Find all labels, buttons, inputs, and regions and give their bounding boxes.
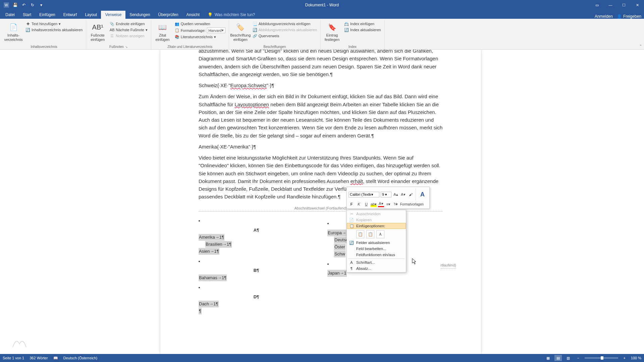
index-letter-a[interactable]: A¶ (253, 227, 260, 234)
qat-customize[interactable]: ▾ (38, 1, 45, 9)
zoom-in-button[interactable]: + (621, 355, 628, 361)
view-web-icon[interactable]: ▥ (565, 355, 572, 361)
mini-font-combo[interactable]: Calibri (Textk▾ (348, 192, 379, 197)
body-paragraph[interactable]: Zum Ändern der Weise, in der sich ein Bi… (199, 93, 443, 139)
footnotes-dialog-launcher[interactable]: ↘ (125, 45, 128, 49)
grow-font-icon[interactable]: A▴ (393, 191, 399, 197)
tab-einfuegen[interactable]: Einfügen (35, 11, 59, 19)
index-entry[interactable]: Bahamas→1¶ (199, 275, 227, 281)
citations-group-label: Zitate und Literaturverzeichnis (153, 45, 227, 49)
crossref-icon: 🔗 (253, 34, 257, 38)
mini-size-combo[interactable]: 9 ▾ (381, 192, 391, 197)
citation-icon: 📖 (157, 22, 168, 33)
ctx-paragraph[interactable]: ¶Absatz... (347, 265, 406, 272)
maximize-button[interactable]: ☐ (617, 0, 631, 10)
index-entry[interactable]: Japan→1 (327, 270, 347, 277)
update-index-button[interactable]: 🔄Index aktualisieren (343, 27, 382, 33)
ctx-toggle-field-codes[interactable]: Feldfunktionen ein/aus (347, 252, 406, 258)
qat-undo[interactable]: ↶ (20, 1, 28, 9)
paste-keep-source-icon[interactable]: 📋 (356, 230, 364, 238)
tab-ueberpruefen[interactable]: Überprüfen (154, 11, 182, 19)
highlight-button[interactable]: ab▾ (371, 201, 377, 207)
tab-file[interactable]: Datei (1, 11, 19, 19)
manage-sources-button[interactable]: 👥Quellen verwalten (173, 21, 227, 26)
status-words[interactable]: 362 Wörter (30, 356, 48, 360)
word-icon: W (3, 1, 10, 9)
ctx-paste-row: 📋 📋 Ａ (347, 229, 406, 240)
context-menu: ✂Ausschneiden 📄Kopieren 📋Einfügeoptionen… (346, 210, 406, 273)
index-entry[interactable]: Europa→ (327, 230, 346, 236)
index-entry[interactable]: Brasilien→1¶ (205, 241, 232, 248)
tell-me-search[interactable]: 💡 Was möchten Sie tun? (204, 11, 259, 19)
index-letter-b[interactable]: B¶ (253, 267, 260, 274)
status-language[interactable]: Deutsch (Österreich) (63, 356, 97, 360)
index-entry[interactable]: Schw (334, 251, 345, 257)
tab-start[interactable]: Start (19, 11, 35, 19)
minimize-button[interactable]: — (604, 0, 617, 10)
toc-button[interactable]: 📄 Inhalts- verzeichnis (4, 21, 23, 42)
styles-label[interactable]: Formatvorlagen (400, 202, 424, 206)
bullets-button[interactable]: ≡▾ (385, 201, 391, 207)
watermark-icon (9, 334, 30, 351)
tab-layout[interactable]: Layout (81, 11, 101, 19)
body-paragraph[interactable]: abzustimmen. Wenn Sie auf "Design" klick… (199, 50, 443, 78)
shrink-font-icon[interactable]: A▾ (400, 191, 406, 197)
qat-redo[interactable]: ↻ (29, 1, 36, 9)
index-column-1[interactable]: A¶ Amerika→1¶ Brasilien→1¶ Asien→1¶ B¶ B… (199, 218, 314, 315)
add-text-button[interactable]: ✚Text hinzufügen ▾ (24, 21, 84, 26)
insert-footnote-button[interactable]: AB¹ Fußnote einfügen (88, 21, 107, 42)
zoom-out-button[interactable]: − (575, 355, 582, 361)
index-entry[interactable]: Asien→1¶ (199, 248, 219, 255)
ctx-paste-options: 📋Einfügeoptionen: (347, 223, 406, 229)
font-color-button[interactable]: A▾ (378, 201, 384, 207)
tab-ansicht[interactable]: Ansicht (182, 11, 204, 19)
underline-button[interactable]: U (363, 201, 369, 207)
next-footnote-button[interactable]: ABNächste Fußnote ▾ (108, 27, 149, 33)
index-entry[interactable]: Amerika→1¶ (199, 234, 224, 241)
mark-entry-button[interactable]: 🔖 Eintrag festlegen (323, 21, 341, 42)
index-entry[interactable]: Dach→1¶ (199, 301, 219, 307)
status-proofing-icon[interactable]: 📖 (53, 356, 58, 360)
paste-merge-icon[interactable]: 📋 (366, 230, 374, 238)
paste-text-only-icon[interactable]: Ａ (376, 230, 384, 238)
crossref-button[interactable]: 🔗Querverweis (251, 33, 318, 39)
ctx-update-fields[interactable]: 🔄Felder aktualisieren (347, 240, 406, 246)
format-painter-icon[interactable]: 🖌 (408, 191, 414, 197)
insert-index-button[interactable]: 📇Index einfügen (343, 21, 382, 26)
bibliography-button[interactable]: 📚Literaturverzeichnis ▾ (173, 34, 227, 40)
collapse-ribbon-icon[interactable]: ⌃ (639, 44, 642, 48)
insert-caption-button[interactable]: 🏷️ Beschriftung einfügen (231, 21, 250, 42)
index-field-amerika[interactable]: Amerika{·XE·"Amerika"·}¶ (199, 143, 443, 150)
view-print-icon[interactable]: ▤ (554, 355, 562, 361)
toc-icon: 📄 (8, 22, 19, 33)
qat-save[interactable]: 💾 (11, 1, 19, 9)
bold-button[interactable]: F (348, 201, 355, 207)
index-entry[interactable]: ¶ (199, 308, 202, 314)
document-area[interactable]: abzustimmen. Wenn Sie auf "Design" klick… (0, 50, 644, 354)
tab-verweise[interactable]: Verweise (101, 11, 125, 19)
ribbon-display-icon[interactable]: ▭ (590, 0, 604, 10)
zoom-level[interactable]: 100 % (631, 356, 641, 360)
styles-button[interactable]: A (416, 188, 428, 200)
insert-citation-button[interactable]: 📖 Zitat einfügen (153, 21, 172, 42)
italic-button[interactable]: K (356, 201, 362, 207)
status-page[interactable]: Seite 1 von 1 (3, 356, 24, 360)
numbering-button[interactable]: ⅟▾ (393, 201, 399, 207)
ctx-edit-field[interactable]: Feld bearbeiten... (347, 246, 406, 252)
citation-style-combo[interactable]: 📋Formatvorlage: Harvard ▾ (173, 27, 227, 34)
zoom-slider[interactable] (585, 357, 618, 359)
index-letter-d[interactable]: D¶ (253, 294, 260, 300)
index-entry[interactable]: Öster (334, 244, 345, 250)
index-field-schweiz[interactable]: Schweiz{·XE·"Europa:Schweiz"·}¶ (199, 81, 443, 89)
update-toc-button[interactable]: 🔄Inhaltsverzeichnis aktualisieren (24, 27, 84, 33)
view-read-icon[interactable]: ▦ (544, 355, 552, 361)
tab-entwurf[interactable]: Entwurf (59, 11, 81, 19)
ctx-font[interactable]: ASchriftart... (347, 259, 406, 265)
insert-endnote-button[interactable]: 📎Endnote einfügen (108, 21, 149, 26)
insert-figurelist-button[interactable]: 📃Abbildungsverzeichnis einfügen (251, 21, 318, 26)
sign-in-link[interactable]: Anmelden (595, 14, 613, 19)
share-button[interactable]: 👤Freigeben (617, 14, 641, 19)
tab-sendungen[interactable]: Sendungen (125, 11, 154, 19)
add-text-icon: ✚ (25, 21, 30, 26)
close-button[interactable]: ✕ (631, 0, 644, 10)
